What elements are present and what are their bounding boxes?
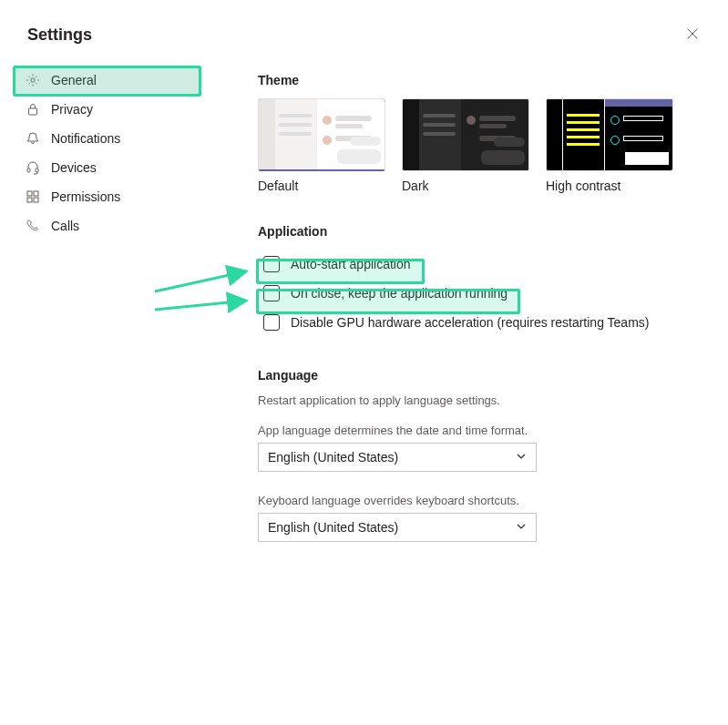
sidebar-item-notifications[interactable]: Notifications	[15, 124, 201, 153]
svg-rect-6	[27, 191, 32, 196]
theme-label: High contrast	[546, 179, 673, 193]
theme-thumbnail	[546, 98, 673, 171]
checkbox-icon	[263, 285, 280, 301]
checkbox-label: Disable GPU hardware acceleration (requi…	[291, 315, 649, 330]
sidebar-item-permissions[interactable]: Permissions	[15, 182, 201, 211]
checkbox-auto-start[interactable]: Auto-start application	[258, 250, 695, 279]
dropdown-value: English (United States)	[268, 520, 398, 535]
theme-label: Default	[258, 179, 385, 193]
application-heading: Application	[258, 224, 695, 239]
checkbox-icon	[263, 256, 280, 272]
keyboard-language-dropdown[interactable]: English (United States)	[258, 513, 537, 542]
app-language-desc: App language determines the date and tim…	[258, 424, 695, 437]
sidebar-item-calls[interactable]: Calls	[15, 211, 201, 240]
apps-icon	[26, 189, 40, 204]
gear-icon	[26, 73, 40, 87]
phone-icon	[26, 219, 40, 233]
app-language-dropdown[interactable]: English (United States)	[258, 443, 537, 472]
keyboard-language-desc: Keyboard language overrides keyboard sho…	[258, 494, 695, 507]
svg-rect-8	[27, 198, 32, 202]
checkbox-label: Auto-start application	[291, 257, 411, 271]
sidebar-item-label: General	[51, 73, 97, 87]
theme-option-high-contrast[interactable]: High contrast	[546, 98, 673, 193]
theme-option-dark[interactable]: Dark	[402, 98, 529, 193]
sidebar-item-general[interactable]: General	[15, 66, 201, 95]
annotation-arrow-auto-start	[151, 251, 253, 302]
sidebar-item-privacy[interactable]: Privacy	[15, 95, 201, 124]
checkbox-label: On close, keep the application running	[291, 286, 508, 301]
close-button[interactable]	[686, 27, 701, 42]
annotation-arrow-keep-running	[151, 284, 253, 321]
sidebar-item-label: Calls	[51, 219, 79, 233]
lock-icon	[26, 102, 40, 117]
page-title: Settings	[27, 26, 92, 45]
chevron-down-icon	[516, 450, 527, 465]
theme-heading: Theme	[258, 73, 695, 87]
language-restart-note: Restart application to apply language se…	[258, 393, 695, 407]
theme-thumbnail	[258, 98, 385, 171]
theme-options: Default Dark High contrast	[258, 98, 695, 193]
svg-rect-7	[34, 191, 38, 196]
checkbox-keep-running[interactable]: On close, keep the application running	[258, 279, 695, 308]
svg-line-13	[155, 301, 246, 310]
language-heading: Language	[258, 368, 695, 383]
sidebar-item-label: Devices	[51, 160, 97, 175]
main-content: Theme Default Dark	[258, 73, 695, 564]
svg-rect-4	[27, 168, 30, 172]
checkbox-disable-gpu[interactable]: Disable GPU hardware acceleration (requi…	[258, 308, 695, 337]
svg-rect-9	[34, 198, 38, 202]
dropdown-value: English (United States)	[268, 450, 398, 465]
svg-line-11	[155, 271, 246, 291]
svg-rect-3	[29, 108, 37, 115]
bell-icon	[26, 131, 40, 146]
checkbox-icon	[263, 314, 280, 331]
sidebar-item-devices[interactable]: Devices	[15, 153, 201, 182]
svg-rect-5	[36, 168, 38, 172]
chevron-down-icon	[516, 520, 527, 535]
theme-thumbnail	[402, 98, 529, 171]
theme-label: Dark	[402, 179, 529, 193]
sidebar-item-label: Notifications	[51, 131, 120, 146]
close-icon	[686, 28, 699, 43]
svg-point-2	[31, 78, 35, 82]
sidebar-item-label: Permissions	[51, 189, 120, 204]
sidebar-item-label: Privacy	[51, 102, 93, 117]
sidebar: General Privacy Notifications Devices Pe…	[15, 66, 201, 240]
theme-option-default[interactable]: Default	[258, 98, 385, 193]
headset-icon	[26, 160, 40, 175]
